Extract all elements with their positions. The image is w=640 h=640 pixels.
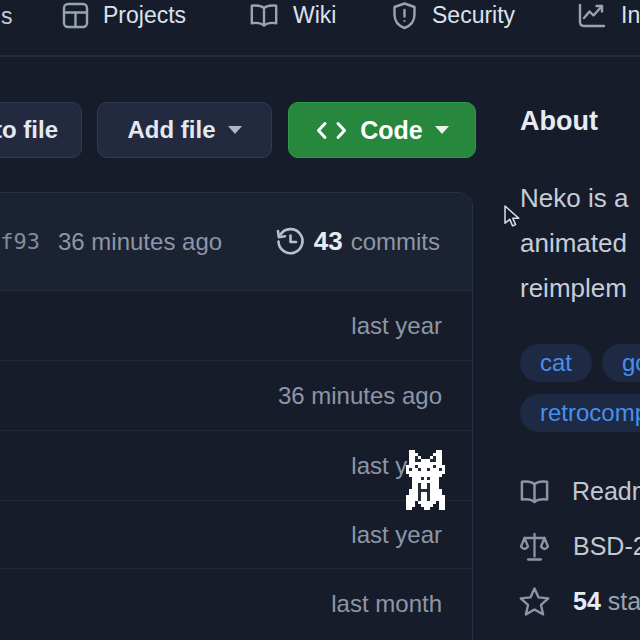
file-row[interactable]: last year [0,291,472,361]
go-to-file-button[interactable]: Go to file [0,102,82,158]
readme-label: Readme [572,477,640,506]
mouse-cursor [504,205,521,229]
commits-label: commits [351,228,440,256]
star-icon [518,586,551,617]
nav-item-label: Wiki [293,2,336,29]
history-clock-icon [275,226,306,257]
nav-item-label: Security [432,2,515,29]
topic-tag-label: cat [540,349,572,377]
law-scale-icon [518,530,551,563]
file-row[interactable]: 36 minutes ago [0,361,472,431]
commit-time[interactable]: 36 minutes ago [58,228,222,256]
file-updated-date: last year [351,521,442,549]
topic-tag-cat[interactable]: cat [520,344,592,382]
readme-link[interactable]: Readme [519,477,640,506]
nav-item-label: Insights [621,2,640,29]
nav-item-clipped-fragment[interactable]: s [1,3,13,30]
file-updated-date: last year [351,312,442,340]
nav-item-wiki[interactable]: Wiki [249,2,336,29]
topic-tag-label: golang [622,349,640,377]
shield-exclamation-icon [391,1,418,30]
stars-label: stars [608,587,640,615]
license-label: BSD-2-Clause license [573,532,640,561]
commit-history-link[interactable]: 43 commits [275,226,440,257]
code-button[interactable]: Code [288,102,476,158]
add-file-button[interactable]: Add file [97,102,272,158]
file-list-panel: 9f93 36 minutes ago 43 commits last year… [0,192,473,640]
chevron-down-icon [435,126,449,134]
file-row[interactable]: last year [0,431,472,501]
commits-count: 43 [314,226,343,257]
topic-tag-retrocomputing[interactable]: retrocomputing [520,394,640,432]
nav-divider [0,55,640,57]
nav-item-security[interactable]: Security [391,1,515,30]
about-description-line: reimplem [520,273,627,304]
license-link[interactable]: BSD-2-Clause license [518,530,640,563]
neko-cat-sprite [406,450,445,510]
book-icon [249,2,279,29]
book-icon [519,478,550,506]
stars-link[interactable]: 54 stars [518,586,640,617]
topic-tag-label: retrocomputing [540,399,640,427]
topic-tag-golang[interactable]: golang [602,344,640,382]
about-heading: About [520,106,598,137]
github-repo-page: s Projects Wiki Security [0,0,640,640]
table-icon [62,2,89,29]
latest-commit-bar: 9f93 36 minutes ago 43 commits [0,193,472,291]
code-label: Code [360,116,423,145]
about-description-line: Neko is a [520,183,628,214]
graph-icon [576,2,607,29]
go-to-file-label: Go to file [0,116,58,144]
file-updated-date: last month [331,590,442,618]
add-file-label: Add file [128,116,216,144]
stars-count: 54 [573,587,601,615]
commit-hash[interactable]: 9f93 [0,229,40,254]
file-row[interactable]: last month [0,569,472,639]
chevron-down-icon [228,126,242,134]
file-row[interactable]: last year [0,501,472,569]
nav-item-label: Projects [103,2,186,29]
code-brackets-icon [315,117,348,144]
file-updated-date: 36 minutes ago [278,382,442,410]
nav-item-insights[interactable]: Insights [576,2,640,29]
about-description-line: animated [520,228,627,259]
nav-item-projects[interactable]: Projects [62,2,186,29]
